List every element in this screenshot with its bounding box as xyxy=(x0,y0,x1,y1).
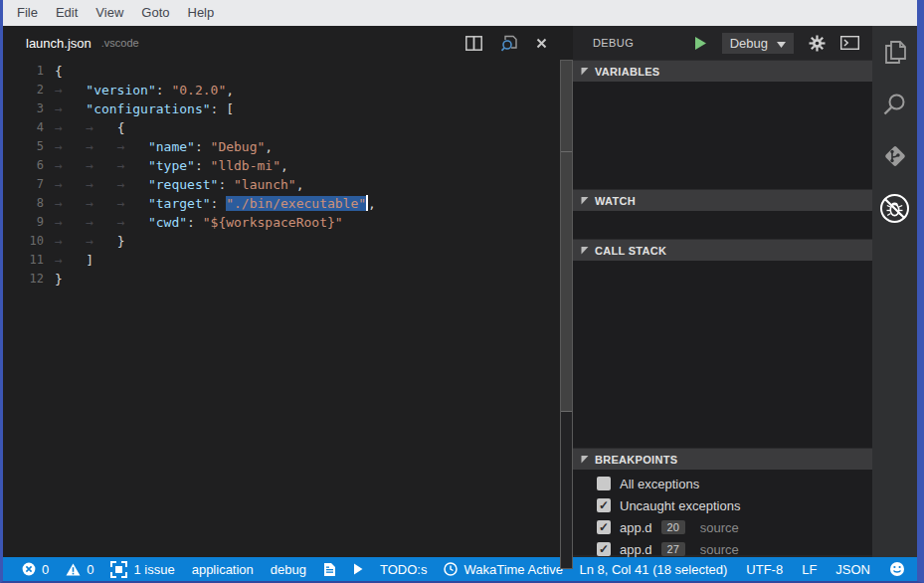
search-icon xyxy=(882,93,907,121)
line-number: 12 xyxy=(3,270,55,289)
code-token: → xyxy=(86,215,116,230)
menu-item-goto[interactable]: Goto xyxy=(132,0,178,26)
status-right-group: Ln 8, Col 41 (18 selected)UTF-8LFJSON xyxy=(579,561,905,577)
editor-scrollbar[interactable] xyxy=(560,60,573,569)
code-line: 8→ → → "target": "./bin/executable", xyxy=(3,194,573,213)
pane-body-breakpoints: All exceptionsUncaught exceptionsapp.d20… xyxy=(573,470,872,555)
pane-header-breakpoints[interactable]: BREAKPOINTS xyxy=(573,448,872,470)
debug-panel-title: DEBUG xyxy=(593,37,634,49)
error-circle-icon xyxy=(22,562,36,576)
scrollbar-thumb[interactable] xyxy=(561,61,572,412)
status-item-cursor-position[interactable]: Ln 8, Col 41 (18 selected) xyxy=(579,562,727,577)
status-label: Ln 8, Col 41 (18 selected) xyxy=(579,562,727,577)
code-text: → → → "type": "lldb-mi", xyxy=(55,156,288,175)
activity-item-debug[interactable] xyxy=(872,195,917,225)
breakpoint-row[interactable]: Uncaught exceptions xyxy=(573,494,872,516)
status-item-wakatime[interactable]: WakaTime Active xyxy=(444,562,562,577)
code-token: → xyxy=(55,177,86,192)
pane-header-watch[interactable]: WATCH xyxy=(573,189,872,211)
line-number: 1 xyxy=(3,62,55,81)
tab-file-name[interactable]: launch.json xyxy=(26,36,92,51)
status-item-doc[interactable] xyxy=(323,562,336,577)
editor-actions xyxy=(465,35,547,52)
code-token: { xyxy=(55,64,63,79)
debug-toolbar: DEBUG Debug xyxy=(573,26,872,60)
status-item-application[interactable]: application xyxy=(192,562,254,577)
code-token: [ xyxy=(226,101,234,116)
pane-header-callstack[interactable]: CALL STACK xyxy=(573,239,872,261)
code-token: "target" xyxy=(148,196,211,211)
menu-item-view[interactable]: View xyxy=(87,0,132,26)
menu-item-edit[interactable]: Edit xyxy=(47,0,87,26)
menu-item-help[interactable]: Help xyxy=(179,0,224,26)
open-preview-button[interactable] xyxy=(500,35,518,52)
activity-item-search[interactable] xyxy=(872,92,917,121)
line-number: 7 xyxy=(3,175,55,194)
code-editor[interactable]: 1{2→ "version": "0.2.0",3→ "configuratio… xyxy=(3,60,573,557)
code-token: , xyxy=(265,139,273,154)
editor-title-bar: launch.json .vscode xyxy=(3,26,573,60)
status-item-encoding[interactable]: UTF-8 xyxy=(746,562,783,577)
code-token: → xyxy=(55,120,86,135)
status-item-errors[interactable]: 0 xyxy=(22,562,49,577)
breakpoint-note: source xyxy=(700,520,739,535)
code-token: "version" xyxy=(86,83,155,97)
breakpoint-checkbox[interactable] xyxy=(597,477,611,490)
code-line: 7→ → → "request": "launch", xyxy=(3,175,573,194)
code-token: : xyxy=(218,177,234,192)
status-item-language-mode[interactable]: JSON xyxy=(835,562,870,577)
code-token: → xyxy=(55,158,86,173)
debug-config-dropdown[interactable]: Debug xyxy=(722,33,794,54)
status-label: LF xyxy=(802,562,817,577)
breakpoint-checkbox[interactable] xyxy=(597,498,611,512)
clock-icon xyxy=(444,562,458,576)
code-token: , xyxy=(296,177,304,192)
split-editor-button[interactable] xyxy=(465,36,482,51)
line-number: 6 xyxy=(3,156,55,175)
code-token: : xyxy=(156,83,172,97)
code-text: → → → "cwd": "${workspaceRoot}" xyxy=(55,213,343,232)
activity-item-explorer[interactable] xyxy=(872,40,917,70)
debug-sidebar: DEBUG Debug VARIABLESWATCHCALL STACKBREA… xyxy=(573,26,872,557)
status-item-todos[interactable]: TODO:s xyxy=(380,562,427,577)
smiley-icon xyxy=(889,561,905,577)
code-token: "${workspaceRoot}" xyxy=(203,215,343,230)
menu-item-file[interactable]: File xyxy=(8,0,47,26)
code-token: → xyxy=(55,215,86,230)
close-button[interactable] xyxy=(536,38,547,49)
code-token: "name" xyxy=(148,139,195,154)
code-token: : xyxy=(195,158,211,173)
breakpoint-row[interactable]: app.d20source xyxy=(573,516,872,538)
configure-gear-button[interactable] xyxy=(809,35,826,52)
menu-bar: FileEditViewGotoHelp xyxy=(3,0,917,26)
status-label: UTF-8 xyxy=(746,562,783,577)
status-item-feedback[interactable] xyxy=(889,561,905,577)
start-debug-button[interactable] xyxy=(694,36,707,51)
line-number: 2 xyxy=(3,81,55,99)
status-item-issues[interactable]: 1 issue xyxy=(110,561,174,578)
code-text: → → { xyxy=(55,118,124,137)
status-item-warnings[interactable]: 0 xyxy=(66,562,93,577)
status-label: TODO:s xyxy=(380,562,427,577)
breakpoint-row[interactable]: All exceptions xyxy=(573,473,872,494)
code-token: : xyxy=(211,101,227,116)
breakpoint-row[interactable]: app.d27source xyxy=(573,538,872,557)
status-item-eol[interactable]: LF xyxy=(802,562,817,577)
status-item-run[interactable] xyxy=(353,563,363,575)
debug-icon xyxy=(879,193,910,228)
activity-item-git[interactable] xyxy=(872,143,917,173)
chevron-down-icon xyxy=(777,36,786,51)
code-token: → xyxy=(86,139,116,154)
breakpoint-line-badge: 20 xyxy=(661,520,685,534)
breakpoint-label: app.d xyxy=(620,542,652,557)
open-console-button[interactable] xyxy=(840,36,859,50)
status-item-debug-config[interactable]: debug xyxy=(271,562,306,577)
breakpoint-checkbox[interactable] xyxy=(597,520,611,534)
code-token: "Debug" xyxy=(211,139,266,154)
status-left-group: 001 issueapplicationdebugTODO:sWakaTime … xyxy=(22,561,563,578)
breakpoint-checkbox[interactable] xyxy=(597,542,611,556)
git-icon xyxy=(882,143,908,173)
code-line: 11→ ] xyxy=(3,251,573,270)
pane-header-variables[interactable]: VARIABLES xyxy=(573,60,872,82)
code-token: "type" xyxy=(148,158,195,173)
